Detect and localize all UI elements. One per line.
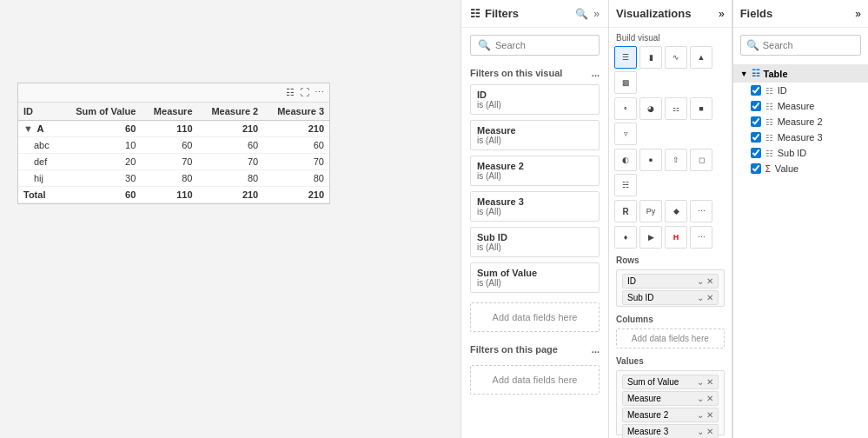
viz-icon-line[interactable]: ∿	[665, 46, 687, 69]
data-table: ID Sum of Value Measure Measure 2 Measur…	[18, 103, 329, 203]
viz-icon-slicer[interactable]: ◻	[690, 149, 712, 171]
filter-item-measure2[interactable]: Measure 2 is (All)	[470, 156, 600, 186]
viz-icon-column[interactable]: ▩	[614, 71, 637, 94]
filters-search-input[interactable]	[495, 40, 592, 50]
canvas-area: ☷ ⛶ ⋯ ID Sum of Value Measure Measure 2 …	[0, 0, 461, 438]
field-type-icon-measure: ☷	[765, 102, 773, 111]
filter-icon[interactable]: ☷	[286, 87, 295, 98]
chevron-down-icon: ▼	[740, 70, 748, 78]
viz-icon-card[interactable]: ●	[639, 149, 662, 171]
add-data-fields-visual[interactable]: Add data fields here	[470, 302, 600, 332]
viz-icon-r[interactable]: R	[614, 200, 637, 222]
col-header-measure3: Measure 3	[263, 103, 329, 121]
viz-value-measure3[interactable]: Measure 3 ⌄ ✕	[622, 424, 719, 438]
viz-rows-area[interactable]: ID ⌄ ✕ Sub ID ⌄ ✕	[616, 269, 725, 307]
fields-title: Fields	[740, 7, 773, 20]
field-type-icon-measure2: ☷	[765, 117, 773, 127]
filter-item-measure[interactable]: Measure is (All)	[470, 120, 600, 150]
more-icon[interactable]: ⋯	[315, 87, 324, 98]
viz-icon-custom1[interactable]: ♦	[614, 226, 637, 249]
viz-icon-custom4[interactable]: ⋯	[690, 226, 712, 249]
expand-icon[interactable]: ▼	[23, 123, 33, 134]
field-item-measure[interactable]: ☷ Measure	[733, 98, 868, 114]
viz-icon-map[interactable]: ⚏	[665, 97, 687, 120]
viz-value-measure[interactable]: Measure ⌄ ✕	[622, 391, 719, 406]
search-icon: 🔍	[478, 39, 491, 51]
fields-header: Fields »	[733, 0, 868, 28]
focus-icon[interactable]: ⛶	[300, 87, 309, 98]
remove-value-measure2[interactable]: ⌄ ✕	[697, 410, 713, 420]
viz-icon-gauge[interactable]: ◐	[614, 149, 637, 171]
build-visual-label: Build visual	[609, 28, 732, 44]
filters-page-more[interactable]: ...	[592, 344, 600, 355]
fields-search-input[interactable]	[763, 40, 855, 50]
field-item-id[interactable]: ☷ ID	[733, 83, 868, 98]
viz-values-area[interactable]: Sum of Value ⌄ ✕ Measure ⌄ ✕ Measure 2 ⌄…	[616, 370, 725, 435]
field-item-measure3[interactable]: ☷ Measure 3	[733, 129, 868, 145]
viz-type-icons-row4: R Py ◆ ⋯	[609, 198, 732, 224]
table-group-header[interactable]: ▼ ☷ Table	[733, 64, 868, 83]
viz-row-subid[interactable]: Sub ID ⌄ ✕	[622, 290, 719, 305]
filters-visual-more[interactable]: ...	[592, 68, 600, 78]
viz-icon-funnel[interactable]: ▿	[614, 123, 637, 145]
viz-icon-custom2[interactable]: ▶	[639, 226, 662, 249]
remove-row-subid[interactable]: ⌄ ✕	[697, 293, 713, 302]
viz-icon-py[interactable]: Py	[639, 200, 662, 222]
viz-icon-table[interactable]: ☰	[614, 46, 637, 69]
viz-icon-custom3[interactable]: H	[665, 226, 687, 249]
search-toggle-icon[interactable]: 🔍	[575, 8, 588, 20]
fields-search-box[interactable]: 🔍	[740, 35, 861, 56]
filter-item-measure3[interactable]: Measure 3 is (All)	[470, 191, 600, 222]
viz-type-icons-row5: ♦ ▶ H ⋯	[609, 224, 732, 250]
filters-panel: ☷ Filters 🔍 » 🔍 Filters on this visual .…	[461, 0, 609, 438]
filters-search-box[interactable]: 🔍	[470, 35, 600, 56]
viz-icon-matrix[interactable]: ☵	[614, 174, 637, 196]
viz-icon-decomp[interactable]: ◆	[665, 200, 687, 222]
viz-columns-area[interactable]: Add data fields here	[616, 328, 725, 348]
field-item-measure2[interactable]: ☷ Measure 2	[733, 114, 868, 129]
table-row-total: Total 60 110 210 210	[18, 187, 329, 203]
field-checkbox-value[interactable]	[751, 163, 761, 174]
filter-item-sum-value[interactable]: Sum of Value is (All)	[470, 262, 600, 293]
field-type-icon-measure3: ☷	[765, 133, 773, 143]
add-data-fields-page[interactable]: Add data fields here	[470, 365, 600, 395]
remove-value-measure[interactable]: ⌄ ✕	[697, 394, 713, 403]
fields-search-icon: 🔍	[746, 39, 759, 51]
field-checkbox-measure2[interactable]	[751, 116, 761, 127]
viz-icon-pie[interactable]: ◕	[639, 97, 662, 120]
viz-icon-scatter[interactable]: ∘	[614, 97, 637, 120]
field-checkbox-measure3[interactable]	[751, 132, 761, 143]
field-item-value[interactable]: Σ Value	[733, 161, 868, 176]
remove-row-id[interactable]: ⌄ ✕	[697, 276, 713, 286]
field-checkbox-measure[interactable]	[751, 101, 761, 111]
col-header-measure2: Measure 2	[198, 103, 264, 121]
expand-filters-icon[interactable]: »	[593, 8, 600, 20]
viz-value-sum[interactable]: Sum of Value ⌄ ✕	[622, 375, 719, 389]
viz-icon-treemap[interactable]: ■	[690, 97, 712, 120]
viz-type-icons-row2: ∘ ◕ ⚏ ■ ▿	[609, 96, 732, 147]
remove-value-sum[interactable]: ⌄ ✕	[697, 377, 713, 387]
field-checkbox-id[interactable]	[751, 85, 761, 96]
viz-icon-kpi[interactable]: ⇧	[665, 149, 687, 171]
field-checkbox-subid[interactable]	[751, 148, 761, 158]
filter-funnel-icon: ☷	[470, 7, 480, 20]
remove-value-measure3[interactable]: ⌄ ✕	[697, 427, 713, 436]
filters-on-page-section: Filters on this page ...	[461, 339, 608, 358]
viz-header: Visualizations »	[609, 0, 732, 28]
viz-icon-area[interactable]: ▲	[690, 46, 712, 69]
filters-header: ☷ Filters 🔍 »	[461, 0, 608, 28]
viz-icon-more[interactable]: ⋯	[690, 200, 712, 222]
col-header-id: ID	[18, 103, 60, 121]
expand-fields-icon[interactable]: »	[855, 8, 861, 20]
filter-item-id[interactable]: ID is (All)	[470, 84, 600, 115]
viz-icon-bar[interactable]: ▮	[639, 46, 662, 69]
field-item-subid[interactable]: ☷ Sub ID	[733, 145, 868, 161]
viz-value-measure2[interactable]: Measure 2 ⌄ ✕	[622, 408, 719, 422]
viz-row-id[interactable]: ID ⌄ ✕	[622, 274, 719, 289]
filter-item-subid[interactable]: Sub ID is (All)	[470, 227, 600, 257]
field-type-icon-subid: ☷	[765, 149, 773, 158]
visualizations-panel: Visualizations » Build visual ☰ ▮ ∿ ▲ ▩ …	[609, 0, 732, 438]
expand-viz-icon[interactable]: »	[719, 8, 725, 20]
filters-toolbar: 🔍 »	[575, 8, 600, 20]
table-row: def 20 70 70 70	[18, 154, 329, 170]
